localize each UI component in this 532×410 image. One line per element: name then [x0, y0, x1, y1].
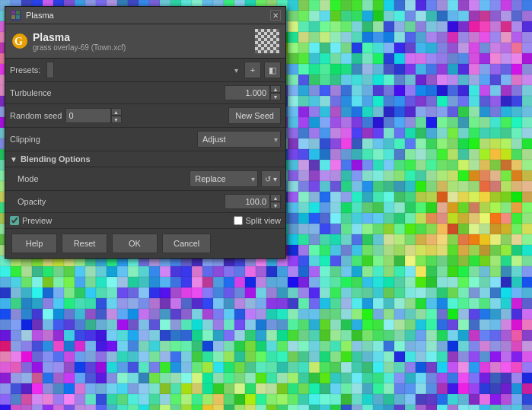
mode-select[interactable]: Replace Normal Dissolve Multiply Screen …: [190, 170, 258, 187]
blending-header: ▼ Blending Options: [5, 151, 285, 167]
opacity-decrement[interactable]: ▼: [270, 202, 281, 209]
opacity-label: Opacity: [18, 197, 225, 206]
mode-label: Mode: [18, 174, 186, 183]
presets-label: Presets:: [10, 65, 40, 75]
split-view-label[interactable]: Split view: [246, 216, 281, 225]
svg-rect-3: [11, 15, 15, 19]
presets-row: Presets: + ◧: [5, 59, 285, 82]
presets-manage-button[interactable]: ◧: [264, 62, 281, 78]
plasma-dialog: Plasma ✕ G Plasma grass overlay-69 (Town…: [5, 6, 286, 259]
preview-label[interactable]: Preview: [22, 216, 52, 225]
plugin-title: Plasma: [33, 31, 126, 43]
seed-input[interactable]: [65, 108, 111, 123]
seed-spin-buttons: ▲ ▼: [111, 108, 122, 123]
opacity-input[interactable]: [225, 194, 270, 209]
seed-label: Random seed: [10, 111, 62, 120]
turbulence-spin-buttons: ▲ ▼: [270, 85, 281, 100]
preview-checkbox-wrapper: Preview: [10, 216, 52, 225]
seed-input-wrapper: ▲ ▼: [65, 108, 226, 123]
svg-rect-2: [16, 11, 20, 14]
mode-select-wrapper: Replace Normal Dissolve Multiply Screen …: [190, 170, 258, 187]
presets-add-button[interactable]: +: [244, 62, 261, 78]
presets-select[interactable]: [46, 62, 54, 78]
plugin-header: G Plasma grass overlay-69 (Town.xcf): [5, 24, 285, 59]
plasma-window-icon: [10, 9, 22, 21]
split-view-wrapper: Split view: [234, 216, 281, 225]
opacity-spin-buttons: ▲ ▼: [270, 194, 281, 209]
svg-rect-1: [11, 11, 15, 14]
svg-text:G: G: [14, 36, 23, 47]
gimp-logo-icon: G: [11, 33, 28, 49]
turbulence-label: Turbulence: [10, 88, 225, 97]
mode-row: Mode Replace Normal Dissolve Multiply Sc…: [5, 167, 285, 191]
turbulence-row: Turbulence ▲ ▼: [5, 82, 285, 104]
blending-collapse-button[interactable]: ▼: [10, 155, 18, 164]
presets-select-wrapper: [46, 62, 241, 78]
seed-decrement[interactable]: ▼: [111, 116, 122, 123]
opacity-increment[interactable]: ▲: [270, 194, 281, 202]
preview-thumbnail: [255, 29, 279, 53]
help-button[interactable]: Help: [11, 234, 57, 253]
preview-checkbox[interactable]: [10, 216, 19, 225]
plugin-title-block: G Plasma grass overlay-69 (Town.xcf): [11, 31, 126, 52]
plugin-title-text: Plasma grass overlay-69 (Town.xcf): [33, 31, 126, 52]
title-bar: Plasma ✕: [5, 7, 285, 24]
turbulence-increment[interactable]: ▲: [270, 85, 281, 93]
button-row: Help Reset OK Cancel: [5, 229, 285, 258]
seed-increment[interactable]: ▲: [111, 108, 122, 116]
plugin-subtitle: grass overlay-69 (Town.xcf): [33, 43, 126, 52]
clipping-select-wrapper: Adjust Clip Crop to result Crop with asp…: [197, 131, 281, 148]
preview-row: Preview Split view: [5, 213, 285, 229]
turbulence-input-wrapper: ▲ ▼: [225, 85, 281, 100]
split-view-checkbox[interactable]: [234, 216, 243, 225]
seed-row: Random seed ▲ ▼ New Seed: [5, 104, 285, 128]
turbulence-decrement[interactable]: ▼: [270, 93, 281, 100]
mode-reset-button[interactable]: ↺ ▾: [261, 170, 281, 187]
clipping-select[interactable]: Adjust Clip Crop to result Crop with asp…: [197, 131, 281, 148]
reset-button[interactable]: Reset: [62, 234, 107, 253]
opacity-input-wrapper: ▲ ▼: [225, 194, 281, 209]
clipping-label: Clipping: [10, 135, 197, 144]
opacity-row: Opacity ▲ ▼: [5, 191, 285, 213]
blending-title: Blending Options: [21, 154, 91, 164]
window-title: Plasma: [26, 11, 54, 20]
turbulence-input[interactable]: [225, 85, 270, 100]
title-bar-left: Plasma: [10, 9, 54, 21]
clipping-row: Clipping Adjust Clip Crop to result Crop…: [5, 128, 285, 151]
ok-button[interactable]: OK: [112, 234, 158, 253]
close-button[interactable]: ✕: [270, 10, 281, 21]
new-seed-button[interactable]: New Seed: [228, 107, 281, 124]
svg-rect-4: [16, 15, 20, 19]
cancel-button[interactable]: Cancel: [162, 234, 211, 253]
